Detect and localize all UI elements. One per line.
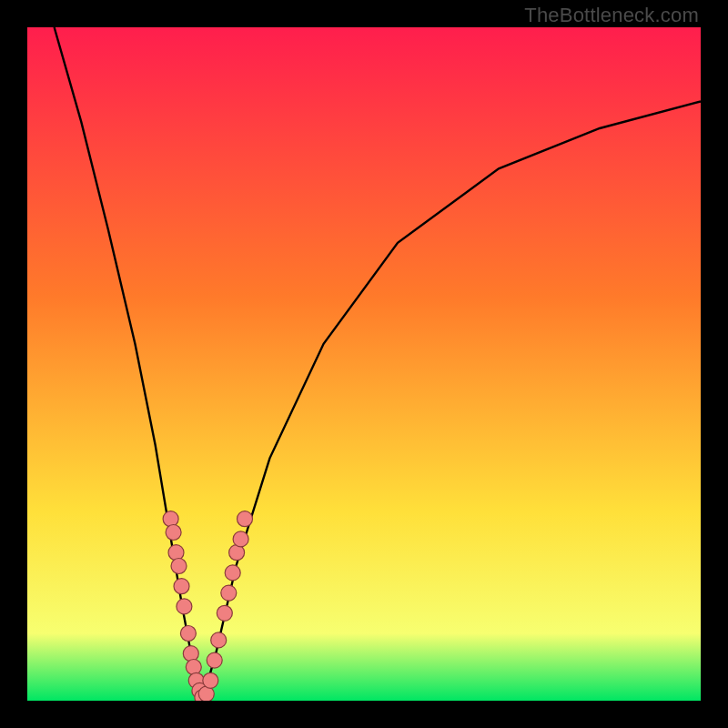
highlight-dot <box>177 599 192 614</box>
bottleneck-curve <box>55 27 701 701</box>
highlight-dot <box>221 585 237 601</box>
highlight-dot <box>180 626 196 642</box>
highlight-dot <box>166 525 181 541</box>
highlight-dot <box>225 565 240 581</box>
highlight-dot <box>238 511 253 527</box>
highlight-dot <box>207 652 222 668</box>
highlight-dot <box>171 559 187 574</box>
chart-frame: TheBottleneck.com <box>0 0 728 728</box>
highlight-dot <box>174 579 189 594</box>
watermark-text: TheBottleneck.com <box>524 4 699 27</box>
highlight-dot <box>203 672 218 688</box>
highlight-dot <box>211 632 227 648</box>
highlight-dot <box>186 660 201 675</box>
highlight-dot <box>168 545 184 561</box>
highlight-dot <box>163 511 178 527</box>
curve-layer <box>27 27 701 701</box>
highlight-dots <box>163 511 252 701</box>
highlight-dot <box>217 605 232 621</box>
highlight-dot <box>183 646 198 662</box>
plot-area <box>27 27 701 701</box>
highlight-dot <box>233 531 248 547</box>
